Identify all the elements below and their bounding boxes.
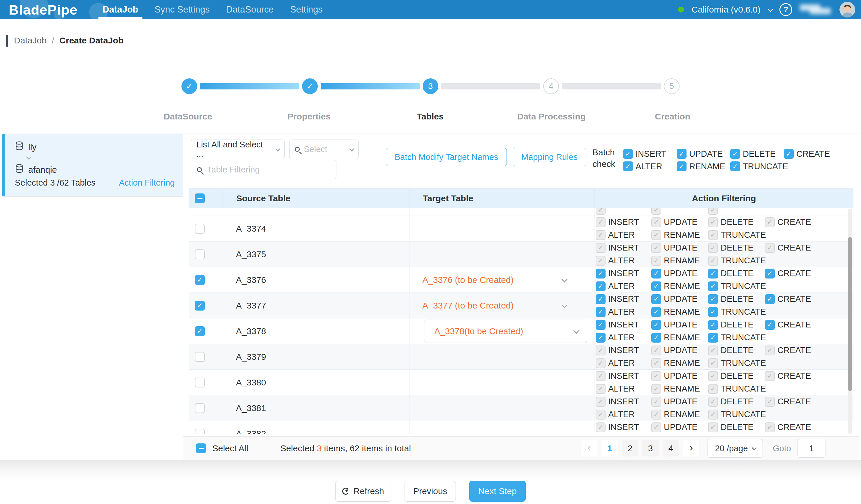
action-rename-checkbox[interactable]: ✓RENAME — [676, 161, 730, 172]
batch-check-label: Batch check — [592, 147, 615, 170]
chevron-down-icon[interactable] — [768, 6, 773, 12]
chevron-down-icon — [561, 302, 568, 308]
table-row[interactable]: ✓ A_3377 A_3377 (to be Created) ✓INSERT✓… — [189, 293, 853, 318]
row-checkbox[interactable]: ✓ — [195, 429, 205, 435]
step-3-circle-active: 3 — [423, 78, 438, 94]
action-rename-checkbox[interactable]: ✓RENAME — [651, 307, 708, 317]
table-row[interactable]: ✓ A_3374 ✓INSERT✓UPDATE✓DELETE✓CREATE✓AL… — [189, 216, 853, 242]
previous-button[interactable]: Previous — [405, 481, 456, 502]
table-row[interactable]: ✓ A_3382 ✓INSERT✓UPDATE✓DELETE✓CREATE✓AL… — [189, 421, 853, 434]
nav-item-settings[interactable]: Settings — [282, 0, 331, 19]
table-row[interactable]: ✓ A_3380 ✓INSERT✓UPDATE✓DELETE✓CREATE✓AL… — [189, 370, 853, 395]
action-update-checkbox[interactable]: ✓UPDATE — [676, 148, 730, 159]
step-connector — [441, 83, 540, 90]
step-2-circle-done: ✓ — [302, 78, 318, 94]
goto-page-input[interactable] — [797, 439, 825, 458]
batch-modify-target-names-button[interactable]: Batch Modify Target Names — [386, 148, 507, 166]
nav-item-datajob[interactable]: DataJob — [94, 0, 146, 19]
action-truncate-checkbox[interactable]: ✓TRUNCATE — [730, 161, 784, 172]
batch-check-grid: ✓INSERT✓UPDATE✓DELETE✓CREATE✓ALTER✓RENAM… — [623, 148, 830, 172]
list-mode-select[interactable]: List All and Select ... — [191, 139, 285, 159]
table-scrollbar-track[interactable] — [848, 208, 852, 434]
action-delete-checkbox[interactable]: ✓DELETE — [708, 268, 765, 279]
action-alter-checkbox[interactable]: ✓ALTER — [596, 332, 651, 343]
action-insert-checkbox[interactable]: ✓INSERT — [596, 319, 651, 330]
action-update-checkbox: ✓UPDATE — [651, 242, 708, 254]
mapping-rules-button[interactable]: Mapping Rules — [512, 148, 586, 166]
action-insert-checkbox[interactable]: ✓INSERT — [623, 148, 676, 159]
table-row[interactable]: ✓ A_3378 A_3378(to be Created) ✓INSERT✓U… — [189, 318, 853, 344]
table-body: ✓ ✓ ✓ ✓ A_3374 ✓INSERT✓UPDATE✓DELETE✓CRE… — [189, 208, 853, 434]
page-button-4[interactable]: 4 — [662, 440, 679, 457]
table-select[interactable]: Select — [289, 139, 358, 159]
nav-right-cluster: California (v0.6.0) ? — [678, 0, 855, 19]
row-checkbox[interactable]: ✓ — [195, 378, 205, 387]
table-row[interactable]: ✓ A_3376 A_3376 (to be Created) ✓INSERT✓… — [189, 267, 853, 293]
action-truncate-checkbox[interactable]: ✓TRUNCATE — [708, 307, 765, 317]
action-update-checkbox[interactable]: ✓UPDATE — [651, 319, 708, 330]
table-row[interactable]: ✓ A_3375 ✓INSERT✓UPDATE✓DELETE✓CREATE✓AL… — [189, 242, 853, 267]
username-blurred — [800, 4, 832, 15]
action-insert-checkbox[interactable]: ✓INSERT — [596, 268, 651, 279]
page-button-3[interactable]: 3 — [642, 440, 659, 457]
action-rename-checkbox[interactable]: ✓RENAME — [651, 281, 708, 292]
page-prev-button[interactable]: ‹ — [581, 440, 597, 457]
action-alter-checkbox[interactable]: ✓ALTER — [596, 307, 651, 317]
row-checkbox[interactable]: ✓ — [195, 352, 205, 362]
action-create-checkbox[interactable]: ✓CREATE — [765, 294, 811, 305]
action-alter-checkbox[interactable]: ✓ALTER — [623, 161, 676, 172]
select-all-checkbox[interactable] — [196, 444, 206, 453]
row-checkbox[interactable]: ✓ — [195, 326, 205, 336]
action-truncate-checkbox[interactable]: ✓TRUNCATE — [708, 332, 765, 343]
refresh-button[interactable]: Refresh — [335, 481, 391, 502]
source-table-name: A_3381 — [236, 403, 266, 413]
action-update-checkbox[interactable]: ✓UPDATE — [651, 294, 708, 305]
nav-item-sync-settings[interactable]: Sync Settings — [147, 0, 218, 19]
target-table-select[interactable]: A_3376 (to be Created) — [410, 275, 594, 285]
select-page-checkbox[interactable] — [195, 193, 205, 203]
action-rename-checkbox[interactable]: ✓RENAME — [651, 332, 708, 343]
action-delete-checkbox[interactable]: ✓DELETE — [708, 294, 765, 305]
nav-item-datasource[interactable]: DataSource — [218, 0, 282, 19]
breadcrumb-parent[interactable]: DataJob — [14, 36, 46, 45]
row-checkbox[interactable]: ✓ — [195, 275, 205, 285]
page-button-2[interactable]: 2 — [622, 440, 638, 457]
action-insert-checkbox: ✓INSERT — [596, 345, 651, 356]
action-create-checkbox[interactable]: ✓CREATE — [765, 268, 811, 279]
row-checkbox[interactable]: ✓ — [195, 249, 205, 259]
action-delete-checkbox[interactable]: ✓DELETE — [730, 148, 784, 159]
action-alter-checkbox[interactable]: ✓ALTER — [596, 281, 651, 292]
action-update-checkbox[interactable]: ✓UPDATE — [651, 268, 708, 279]
action-create-checkbox[interactable]: ✓CREATE — [765, 319, 811, 330]
action-create-checkbox[interactable]: ✓CREATE — [784, 148, 830, 159]
action-truncate-checkbox[interactable]: ✓TRUNCATE — [708, 281, 765, 292]
row-checkbox[interactable]: ✓ — [195, 224, 205, 234]
env-selector[interactable]: California (v0.6.0) — [692, 5, 761, 15]
page-size-select[interactable]: 20 /page — [708, 439, 763, 458]
table-row[interactable]: ✓ A_3379 ✓INSERT✓UPDATE✓DELETE✓CREATE✓AL… — [189, 344, 853, 370]
next-step-button[interactable]: Next Step — [469, 481, 526, 502]
action-insert-checkbox[interactable]: ✓INSERT — [596, 294, 651, 305]
table-row[interactable]: ✓ A_3381 ✓INSERT✓UPDATE✓DELETE✓CREATE✓AL… — [189, 395, 853, 421]
action-delete-checkbox: ✓DELETE — [708, 371, 765, 382]
action-checkbox-clipped: ✓ — [651, 208, 661, 215]
help-icon[interactable]: ? — [779, 3, 792, 16]
table-filter-input[interactable] — [206, 165, 330, 175]
action-update-checkbox: ✓UPDATE — [651, 422, 708, 433]
target-table-select[interactable]: A_3377 (to be Created) — [410, 301, 594, 311]
target-table-select[interactable]: A_3378(to be Created) — [424, 319, 587, 343]
avatar[interactable] — [839, 2, 855, 17]
page-button-1[interactable]: 1 — [601, 440, 618, 457]
row-checkbox[interactable]: ✓ — [195, 403, 205, 413]
table-scrollbar-thumb[interactable] — [848, 237, 852, 391]
action-create-checkbox: ✓CREATE — [765, 396, 811, 407]
schema-pair-item-selected[interactable]: lly afanqie Selected 3 /62 Tables — [2, 134, 183, 197]
row-checkbox[interactable]: ✓ — [195, 301, 205, 311]
action-delete-checkbox: ✓DELETE — [708, 396, 765, 407]
source-table-name: A_3376 — [236, 275, 266, 285]
action-delete-checkbox[interactable]: ✓DELETE — [708, 319, 765, 330]
brand-logo[interactable]: BladePipe — [9, 2, 78, 18]
action-filtering-link[interactable]: Action Filtering — [119, 178, 175, 188]
chevron-down-icon — [275, 147, 280, 151]
page-next-button[interactable]: › — [683, 440, 699, 457]
